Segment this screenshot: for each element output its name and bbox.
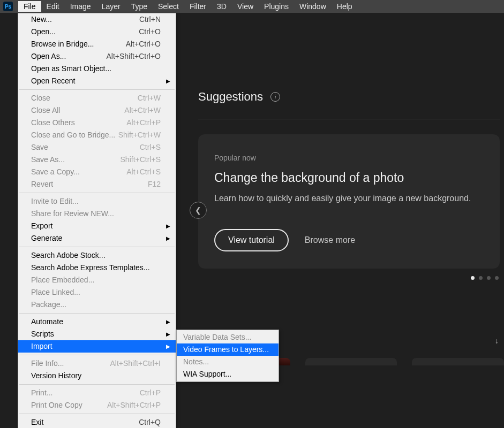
import-submenu-item[interactable]: WIA Support... [177, 368, 279, 380]
menu-type[interactable]: Type [126, 1, 153, 12]
menu-item-label: Save [31, 142, 140, 153]
menu-window[interactable]: Window [294, 1, 332, 12]
menu-file[interactable]: File [18, 1, 41, 12]
divider [198, 119, 500, 119]
menu-item-shortcut: Shift+Ctrl+S [121, 154, 161, 165]
view-tutorial-button[interactable]: View tutorial [214, 229, 289, 251]
menu-item-label: Exit [31, 417, 139, 428]
menu-item-label: Open... [31, 26, 139, 37]
menu-item-label: File Info... [31, 358, 110, 369]
menu-filter[interactable]: Filter [184, 1, 212, 12]
file-menu-item[interactable]: Version History [18, 370, 176, 382]
card-description: Learn how to quickly and easily give you… [214, 194, 484, 203]
file-menu-item: CloseCtrl+W [18, 92, 176, 104]
file-menu-item: Invite to Edit... [18, 195, 176, 208]
photoshop-logo-icon: Ps [3, 2, 13, 11]
file-menu-item[interactable]: ExitCtrl+Q [18, 416, 176, 428]
file-menu-item[interactable]: Open As...Alt+Shift+Ctrl+O [18, 50, 176, 63]
menu-item-shortcut: Shift+Ctrl+W [118, 129, 161, 141]
file-menu-item[interactable]: Search Adobe Express Templates... [18, 262, 176, 274]
card-actions: View tutorial Browse more [214, 229, 484, 251]
info-icon[interactable]: i [270, 92, 280, 102]
menu-item-label: Automate [31, 316, 161, 327]
menu-select[interactable]: Select [153, 1, 184, 12]
import-submenu-item: Variable Data Sets... [177, 331, 279, 343]
file-menu-item: Share for Review NEW... [18, 208, 176, 220]
menu-separator [19, 414, 175, 414]
menu-item-shortcut: Ctrl+N [139, 14, 161, 25]
menu-layer[interactable]: Layer [96, 1, 126, 12]
menu-item-label: New... [31, 14, 139, 25]
carousel-dot[interactable] [487, 276, 491, 280]
carousel-prev-button[interactable]: ❮ [190, 202, 207, 219]
file-menu-item[interactable]: Automate▶ [18, 316, 176, 328]
file-menu-item[interactable]: Scripts▶ [18, 328, 176, 340]
menu-item-label: Open as Smart Object... [31, 63, 161, 74]
menu-item-shortcut: Ctrl+W [138, 93, 161, 104]
file-menu-item: Save As...Shift+Ctrl+S [18, 154, 176, 166]
import-submenu-item[interactable]: Video Frames to Layers... [177, 343, 279, 356]
file-menu-item[interactable]: Browse in Bridge...Alt+Ctrl+O [18, 38, 176, 50]
file-menu-item: Place Linked... [18, 286, 176, 299]
menu-item-label: Version History [31, 370, 161, 381]
carousel-dot[interactable] [479, 276, 483, 280]
file-menu-item[interactable]: New...Ctrl+N [18, 13, 176, 26]
menu-separator [19, 247, 175, 247]
menu-item-shortcut: Alt+Ctrl+W [124, 105, 161, 116]
menu-item-label: Scripts [31, 328, 161, 340]
file-menu-item[interactable]: Search Adobe Stock... [18, 249, 176, 262]
file-menu-item: Place Embedded... [18, 274, 176, 286]
menu-item-label: Save As... [31, 154, 121, 165]
file-menu-item: Close OthersAlt+Ctrl+P [18, 117, 176, 129]
menu-item-shortcut: Alt+Shift+Ctrl+I [110, 358, 161, 369]
menu-item-label: Print... [31, 387, 140, 399]
file-menu-item[interactable]: Export▶ [18, 220, 176, 232]
menu-image[interactable]: Image [65, 1, 96, 12]
card-tag: Popular now [214, 154, 484, 162]
file-menu-item[interactable]: Import▶ [18, 340, 176, 353]
menu-3d[interactable]: 3D [212, 1, 232, 12]
carousel-dot[interactable] [495, 276, 499, 280]
menu-item-label: Close [31, 93, 138, 104]
menu-item-shortcut: Ctrl+P [140, 387, 161, 399]
sort-direction-icon[interactable]: ↓ [495, 337, 499, 345]
menu-item-label: Place Linked... [31, 287, 161, 298]
menu-item-label: Export [31, 220, 161, 232]
menu-item-label: Invite to Edit... [31, 196, 161, 207]
file-menu-item: Print...Ctrl+P [18, 387, 176, 399]
file-menu-item: RevertF12 [18, 178, 176, 190]
menu-item-label: Import [31, 341, 161, 352]
menu-item-label: Close Others [31, 117, 126, 128]
import-submenu-item: Notes... [177, 356, 279, 368]
menu-item-label: Share for Review NEW... [31, 208, 161, 219]
menu-edit[interactable]: Edit [41, 1, 65, 12]
recent-thumbnail[interactable] [412, 358, 504, 365]
menu-item-shortcut: Alt+Ctrl+O [126, 39, 161, 50]
menu-help[interactable]: Help [332, 1, 358, 12]
carousel-dots [198, 276, 499, 280]
menu-item-label: Close All [31, 105, 124, 116]
menu-separator [19, 193, 175, 193]
menu-item-label: Search Adobe Stock... [31, 250, 161, 261]
menubar: Ps FileEditImageLayerTypeSelectFilter3DV… [0, 0, 504, 13]
file-menu-item[interactable]: Open...Ctrl+O [18, 26, 176, 38]
menu-item-label: Place Embedded... [31, 274, 161, 286]
recent-thumbnail[interactable] [305, 358, 397, 365]
file-menu-item: Package... [18, 299, 176, 311]
menu-item-shortcut: Alt+Ctrl+S [126, 166, 161, 178]
menu-item-shortcut: Alt+Shift+Ctrl+O [106, 51, 161, 62]
menu-plugins[interactable]: Plugins [259, 1, 294, 12]
file-menu-item[interactable]: Open as Smart Object... [18, 63, 176, 75]
file-menu-item[interactable]: Generate▶ [18, 232, 176, 244]
menu-view[interactable]: View [232, 1, 259, 12]
card-title: Change the background of a photo [214, 171, 484, 185]
file-menu-item[interactable]: Open Recent▶ [18, 75, 176, 87]
menu-item-label: Close and Go to Bridge... [31, 129, 118, 141]
submenu-arrow-icon: ▶ [166, 220, 170, 232]
file-menu-item: File Info...Alt+Shift+Ctrl+I [18, 357, 176, 370]
menu-item-label: Open Recent [31, 75, 161, 87]
browse-more-link[interactable]: Browse more [305, 235, 355, 245]
carousel-dot[interactable] [471, 276, 475, 280]
menu-item-label: Revert [31, 179, 148, 190]
menu-separator [19, 355, 175, 355]
